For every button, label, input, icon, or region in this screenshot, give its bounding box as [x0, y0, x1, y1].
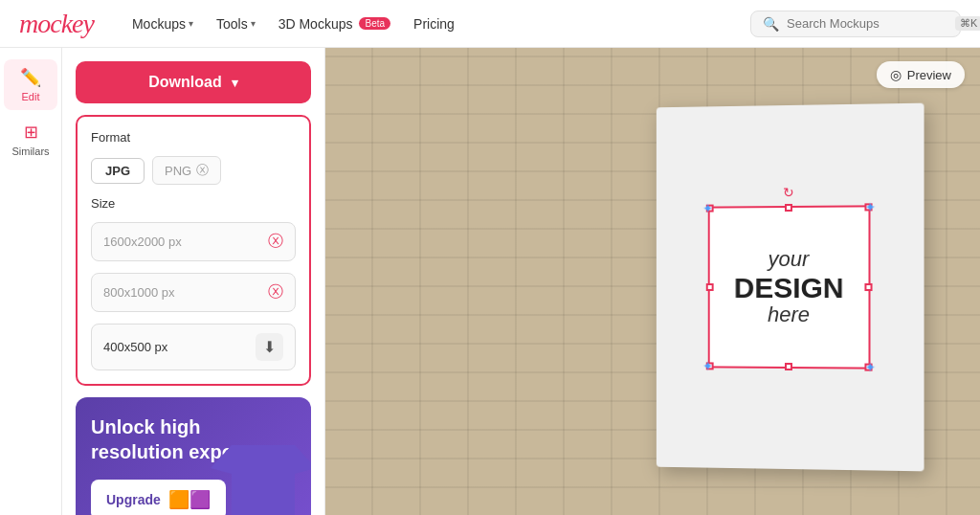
format-options: JPG PNG ⓧ	[91, 156, 296, 185]
upgrade-emojis: 🟧🟪	[168, 489, 211, 510]
sparkle-br: ✦	[864, 360, 876, 375]
design-main: DESIGN	[734, 271, 844, 302]
nav-3d-label: 3D Mockups	[278, 16, 353, 32]
upgrade-label: Upgrade	[106, 492, 161, 507]
search-shortcut: ⌘K	[955, 16, 980, 31]
chevron-down-icon: ▾	[189, 18, 193, 29]
nav: Mockups ▾ Tools ▾ 3D Mockups Beta Pricin…	[122, 11, 464, 37]
size-option-2: 800x1000 px ⓧ	[91, 273, 296, 312]
search-icon: 🔍	[763, 16, 779, 32]
logo[interactable]: mockey	[19, 9, 94, 39]
sparkle-bl: ✦	[702, 358, 714, 373]
size-option-1: 1600x2000 px ⓧ	[91, 222, 296, 261]
nav-pricing-label: Pricing	[413, 16, 455, 32]
nav-tools-label: Tools	[216, 16, 248, 32]
design-your: your	[734, 248, 844, 271]
size-heading: Size	[91, 196, 296, 211]
search-input[interactable]	[787, 16, 947, 31]
sidebar-item-edit[interactable]: ✏️ Edit	[4, 59, 57, 110]
design-text: your DESIGN here	[734, 248, 844, 326]
header: mockey Mockups ▾ Tools ▾ 3D Mockups Beta…	[0, 0, 980, 48]
remove-size-1-button[interactable]: ⓧ	[268, 232, 283, 252]
sidebar-similars-label: Similars	[11, 146, 49, 157]
corner-handle-lm[interactable]	[706, 283, 714, 291]
download-panel: Download ▾ Format JPG PNG ⓧ Size 1600x20…	[62, 48, 325, 515]
design-area[interactable]: ↻ ✦ ✦ ✦ ✦ your DESIGN her	[708, 205, 871, 369]
nav-tools[interactable]: Tools ▾	[207, 11, 265, 37]
chevron-down-icon: ▾	[232, 76, 238, 90]
rotate-handle[interactable]: ↻	[783, 185, 794, 200]
sidebar: ✏️ Edit ⊞ Similars	[0, 48, 62, 515]
beta-badge: Beta	[359, 17, 390, 30]
main-layout: ✏️ Edit ⊞ Similars Download ▾ Format JPG…	[0, 48, 980, 515]
nav-pricing[interactable]: Pricing	[404, 11, 464, 37]
preview-button[interactable]: ◎ Preview	[877, 61, 965, 88]
jpg-format-button[interactable]: JPG	[91, 158, 145, 184]
edit-icon: ✏️	[20, 67, 41, 88]
corner-handle-tm[interactable]	[785, 204, 792, 212]
similars-icon: ⊞	[24, 122, 38, 143]
eye-icon: ◎	[890, 67, 902, 82]
size-3-text: 400x500 px	[103, 340, 167, 354]
search-bar[interactable]: 🔍 ⌘K	[750, 11, 961, 37]
design-here: here	[734, 302, 844, 325]
nav-mockups[interactable]: Mockups ▾	[122, 11, 203, 37]
sidebar-item-similars[interactable]: ⊞ Similars	[4, 114, 57, 165]
size-2-text: 800x1000 px	[103, 285, 174, 300]
size-option-3: 400x500 px ⬇	[91, 324, 296, 370]
upgrade-button[interactable]: Upgrade 🟧🟪	[91, 480, 226, 515]
sparkle-tl: ✦	[702, 201, 714, 216]
format-size-box: Format JPG PNG ⓧ Size 1600x2000 px ⓧ 800…	[76, 115, 311, 386]
lock-icon: ⓧ	[196, 162, 209, 179]
upgrade-card: Unlock high resolution export Upgrade 🟧🟪	[76, 397, 311, 515]
format-heading: Format	[91, 130, 296, 145]
download-button[interactable]: Download ▾	[76, 61, 311, 103]
corner-handle-rm[interactable]	[864, 283, 872, 291]
remove-size-2-button[interactable]: ⓧ	[268, 282, 283, 302]
preview-label: Preview	[907, 68, 951, 82]
board-container: ↻ ✦ ✦ ✦ ✦ your DESIGN her	[597, 86, 923, 488]
sparkle-tr: ✦	[864, 199, 876, 214]
download-label: Download	[148, 74, 221, 91]
size-1-text: 1600x2000 px	[103, 235, 182, 249]
chevron-down-icon: ▾	[251, 18, 256, 29]
corner-handle-bm[interactable]	[785, 363, 792, 370]
png-format-label: PNG	[165, 164, 191, 178]
nav-3d-mockups[interactable]: 3D Mockups Beta	[269, 11, 400, 37]
canvas-area: ◎ Preview ↻ ✦ ✦ ✦ ✦	[325, 48, 980, 515]
mockup-board: ↻ ✦ ✦ ✦ ✦ your DESIGN her	[657, 103, 924, 472]
nav-mockups-label: Mockups	[132, 16, 186, 32]
sidebar-edit-label: Edit	[22, 91, 40, 102]
download-size-3-button[interactable]: ⬇	[256, 333, 283, 361]
png-format-locked[interactable]: PNG ⓧ	[152, 156, 221, 185]
